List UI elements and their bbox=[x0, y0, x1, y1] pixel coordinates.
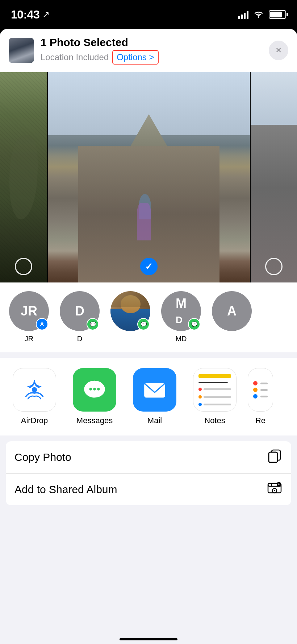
svg-point-4 bbox=[89, 388, 92, 391]
header-text: 1 Photo Selected Location Included Optio… bbox=[41, 36, 262, 65]
airdrop-badge bbox=[36, 318, 48, 330]
action-list: Copy Photo Add to Shared Album bbox=[6, 441, 291, 505]
status-time: 10:43 bbox=[11, 8, 39, 21]
contact-item-md[interactable]: MD 💬 MD bbox=[159, 291, 203, 343]
options-button[interactable]: Options > bbox=[112, 50, 158, 65]
notes-label: Notes bbox=[204, 416, 225, 425]
selected-photo-thumbnail bbox=[9, 38, 34, 63]
status-icons bbox=[238, 10, 286, 19]
photo-strip: ✓ bbox=[0, 72, 297, 282]
share-apps-row: AirDrop Messages bbox=[0, 358, 297, 435]
svg-point-5 bbox=[93, 388, 96, 391]
selection-circle-2[interactable]: ✓ bbox=[140, 258, 158, 275]
location-icon: ↗ bbox=[42, 9, 50, 20]
reminders-label: Re bbox=[255, 416, 265, 425]
share-item-notes[interactable]: Notes bbox=[188, 368, 242, 425]
add-shared-album-row[interactable]: Add to Shared Album + bbox=[6, 473, 291, 505]
contact-name-md: MD bbox=[175, 335, 187, 343]
signal-icon bbox=[238, 10, 248, 19]
photo-item-3[interactable] bbox=[251, 72, 297, 282]
share-item-messages[interactable]: Messages bbox=[67, 368, 122, 425]
shared-album-icon: + bbox=[267, 480, 283, 499]
contact-avatar-photo: 💬 bbox=[110, 291, 150, 331]
contact-item-partial[interactable]: A bbox=[210, 291, 254, 343]
contact-name-d: D bbox=[77, 335, 82, 343]
airdrop-label: AirDrop bbox=[21, 416, 48, 425]
contact-avatar-md: MD 💬 bbox=[161, 291, 201, 331]
selection-circle-3[interactable] bbox=[265, 258, 283, 275]
messages-label: Messages bbox=[76, 416, 113, 425]
contact-item-jr[interactable]: JR JR bbox=[7, 291, 51, 343]
copy-icon bbox=[267, 448, 283, 467]
messages-badge-md: 💬 bbox=[188, 318, 200, 330]
sheet-header: 1 Photo Selected Location Included Optio… bbox=[0, 29, 297, 72]
messages-icon bbox=[73, 368, 116, 412]
home-indicator bbox=[120, 638, 177, 640]
copy-photo-label: Copy Photo bbox=[14, 451, 71, 463]
contact-avatar-jr: JR bbox=[9, 291, 49, 331]
close-icon: ✕ bbox=[275, 46, 282, 55]
mail-icon bbox=[133, 368, 176, 412]
svg-text:+: + bbox=[278, 483, 280, 486]
photo-item-1[interactable] bbox=[0, 72, 47, 282]
messages-badge-d: 💬 bbox=[87, 318, 99, 330]
mail-label: Mail bbox=[147, 416, 162, 425]
photo-item-2[interactable]: ✓ bbox=[47, 72, 251, 282]
close-button[interactable]: ✕ bbox=[269, 41, 288, 60]
notes-icon bbox=[193, 368, 237, 412]
messages-badge-photo: 💬 bbox=[137, 318, 150, 330]
status-bar: 10:43 ↗ bbox=[0, 0, 297, 29]
contact-name-jr: JR bbox=[25, 335, 33, 343]
share-item-airdrop[interactable]: AirDrop bbox=[7, 368, 62, 425]
selection-circle-1[interactable] bbox=[15, 258, 32, 275]
svg-point-13 bbox=[274, 490, 275, 491]
airdrop-icon bbox=[13, 368, 56, 412]
contact-item-photo[interactable]: 💬 bbox=[109, 291, 152, 343]
copy-photo-row[interactable]: Copy Photo bbox=[6, 441, 291, 473]
photo-selected-label: 1 Photo Selected bbox=[41, 36, 262, 49]
reminders-icon bbox=[248, 368, 273, 412]
share-item-reminders[interactable]: Re bbox=[248, 368, 273, 425]
share-item-mail[interactable]: Mail bbox=[127, 368, 182, 425]
svg-point-6 bbox=[97, 388, 100, 391]
svg-point-1 bbox=[32, 387, 37, 392]
svg-rect-9 bbox=[269, 452, 277, 462]
contact-item-d[interactable]: D 💬 D bbox=[58, 291, 101, 343]
contact-avatar-d: D 💬 bbox=[60, 291, 100, 331]
add-shared-album-label: Add to Shared Album bbox=[14, 483, 117, 496]
wifi-icon bbox=[254, 11, 264, 18]
contacts-row: JR JR D 💬 D bbox=[0, 282, 297, 352]
location-label: Location Included Options > bbox=[41, 50, 262, 65]
contact-avatar-partial: A bbox=[212, 291, 252, 331]
battery-icon bbox=[269, 10, 286, 19]
share-sheet: 1 Photo Selected Location Included Optio… bbox=[0, 29, 297, 644]
